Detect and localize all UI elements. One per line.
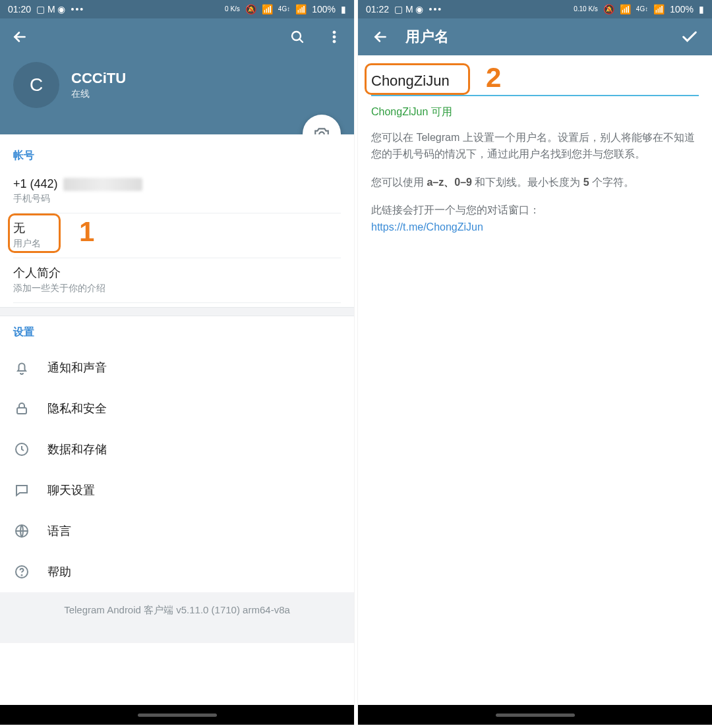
- status-bar: 01:22 ▢ M ◉ ••• 0.10 K/s 🔕 📶 4G↕ 📶 100% …: [358, 0, 712, 18]
- status-time: 01:22: [366, 4, 389, 14]
- status-signal-icon: 📶: [295, 4, 307, 14]
- settings-label: 语言: [47, 523, 71, 539]
- phone-label: 手机号码: [13, 193, 341, 205]
- screen-profile: 01:20 ▢ M ◉ ••• 0 K/s 🔕 📶 4G↕ 📶 100% ▮: [0, 0, 354, 725]
- account-header: 帐号: [13, 149, 341, 163]
- confirm-button[interactable]: [676, 24, 703, 50]
- bell-icon: [13, 359, 30, 376]
- status-battery-text: 100%: [312, 4, 336, 14]
- settings-label: 数据和存储: [47, 441, 107, 457]
- status-notif-icons: ▢ M ◉: [36, 4, 65, 14]
- annotation-frame-1: [8, 213, 61, 253]
- username-link[interactable]: https://t.me/ChongZiJun: [371, 221, 699, 233]
- phone-prefix: +1 (442): [13, 177, 58, 191]
- status-battery-text: 100%: [670, 4, 694, 14]
- avatar[interactable]: C: [13, 62, 59, 108]
- status-net-speed: 0.10 K/s: [574, 6, 598, 13]
- globe-icon: [13, 522, 30, 540]
- annotation-frame-2: [365, 63, 470, 95]
- avatar-letter: C: [30, 74, 43, 96]
- settings-header: 设置: [0, 325, 354, 339]
- back-button[interactable]: [7, 24, 33, 50]
- username-desc-3: 此链接会打开一个与您的对话窗口：: [371, 202, 699, 219]
- username-available: ChongZiJun 可用: [371, 105, 699, 119]
- settings-label: 通知和声音: [47, 360, 107, 376]
- settings-item-language[interactable]: 语言: [0, 511, 354, 551]
- status-wifi-icon: 📶: [620, 4, 631, 14]
- svg-point-2: [333, 36, 336, 38]
- status-more-icon: •••: [71, 4, 85, 14]
- status-mute-icon: 🔕: [603, 4, 614, 14]
- phone-masked: [63, 178, 142, 191]
- search-button[interactable]: [284, 24, 311, 50]
- status-wifi-icon: 📶: [262, 4, 273, 14]
- bio-value: 个人简介: [13, 265, 341, 281]
- profile-status: 在线: [71, 88, 126, 100]
- lock-icon: [13, 400, 30, 417]
- settings-label: 聊天设置: [47, 482, 95, 498]
- settings-item-help[interactable]: 帮助: [0, 551, 354, 592]
- settings-section: 设置 通知和声音 隐私和安全 数据和存储 聊天设置 语言 帮助: [0, 316, 354, 592]
- username-item[interactable]: 无 用户名: [13, 213, 341, 258]
- settings-item-notifications[interactable]: 通知和声音: [0, 347, 354, 388]
- settings-label: 隐私和安全: [47, 401, 107, 416]
- android-nav-bar: [0, 705, 354, 725]
- android-nav-bar: [358, 705, 712, 725]
- status-signal-icon: 📶: [653, 4, 665, 14]
- status-net-speed: 0 K/s: [225, 6, 240, 13]
- annotation-number-2: 2: [486, 62, 501, 94]
- back-button[interactable]: [367, 24, 394, 50]
- settings-label: 帮助: [47, 564, 71, 580]
- bio-item[interactable]: 个人简介 添加一些关于你的介绍: [13, 258, 341, 303]
- profile-header: C CCCiTU 在线: [0, 18, 354, 134]
- account-section: 帐号 +1 (442) 手机号码 无 用户名 个人简介 添加一些关于你的介绍 1: [0, 134, 354, 307]
- status-notif-icons: ▢ M ◉: [394, 4, 423, 14]
- svg-point-9: [22, 575, 22, 576]
- screen-username: 01:22 ▢ M ◉ ••• 0.10 K/s 🔕 📶 4G↕ 📶 100% …: [358, 0, 712, 725]
- settings-item-data[interactable]: 数据和存储: [0, 429, 354, 470]
- help-icon: [13, 563, 30, 580]
- username-desc-1: 您可以在 Telegram 上设置一个用户名。设置后，别人将能够在不知道您的手机…: [371, 130, 699, 163]
- status-bar: 01:20 ▢ M ◉ ••• 0 K/s 🔕 📶 4G↕ 📶 100% ▮: [0, 0, 354, 18]
- svg-point-1: [333, 31, 336, 34]
- annotation-number-1: 1: [79, 216, 94, 248]
- svg-point-3: [333, 40, 336, 43]
- username-value: 无: [13, 220, 341, 236]
- status-4g: 4G↕: [278, 6, 290, 13]
- username-content: 2 ChongZiJun 可用 您可以在 Telegram 上设置一个用户名。设…: [358, 55, 712, 248]
- username-appbar: 用户名: [358, 18, 712, 55]
- section-divider: [0, 307, 354, 316]
- profile-name: CCCiTU: [71, 70, 126, 87]
- more-menu-button[interactable]: [321, 24, 347, 50]
- bio-label: 添加一些关于你的介绍: [13, 283, 341, 294]
- username-label: 用户名: [13, 238, 341, 250]
- chat-icon: [13, 482, 30, 499]
- phone-item[interactable]: +1 (442) 手机号码: [13, 171, 341, 213]
- appbar-title: 用户名: [405, 27, 676, 47]
- status-4g: 4G↕: [636, 6, 648, 13]
- settings-item-privacy[interactable]: 隐私和安全: [0, 388, 354, 429]
- status-battery-icon: ▮: [699, 4, 704, 14]
- username-desc-2: 您可以使用 a–z、0–9 和下划线。最小长度为 5 个字符。: [371, 175, 699, 191]
- status-battery-icon: ▮: [341, 4, 346, 14]
- version-footer: Telegram Android 客户端 v5.11.0 (1710) arm6…: [0, 592, 354, 643]
- status-mute-icon: 🔕: [245, 4, 256, 14]
- svg-rect-5: [17, 408, 26, 414]
- status-time: 01:20: [8, 4, 31, 14]
- status-more-icon: •••: [429, 4, 443, 14]
- settings-item-chat[interactable]: 聊天设置: [0, 470, 354, 511]
- clock-icon: [13, 441, 30, 458]
